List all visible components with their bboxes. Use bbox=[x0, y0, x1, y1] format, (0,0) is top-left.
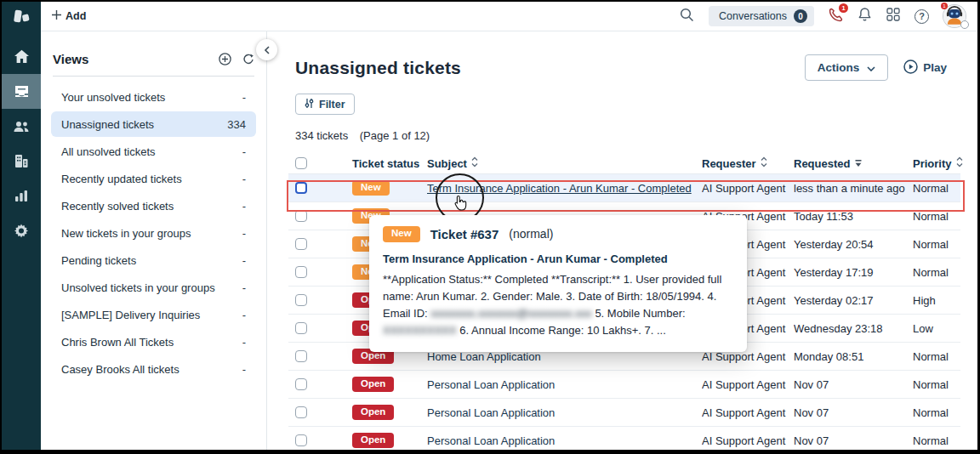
view-label: Recently updated tickets bbox=[61, 173, 182, 185]
page-title: Unassigned tickets bbox=[295, 58, 461, 78]
row-priority-cell: Normal bbox=[913, 378, 960, 391]
row-checkbox[interactable] bbox=[295, 350, 307, 362]
header-subject[interactable]: Subject bbox=[427, 156, 702, 170]
view-count: 334 bbox=[227, 118, 246, 131]
row-priority-cell: Low bbox=[913, 322, 960, 335]
views-list-item[interactable]: Pending tickets- bbox=[51, 247, 256, 273]
filter-button[interactable]: Filter bbox=[295, 94, 355, 115]
row-status-cell: New bbox=[352, 180, 427, 196]
tooltip-status-badge: New bbox=[383, 226, 420, 242]
ticket-subject-link[interactable]: Personal Loan Application bbox=[427, 434, 555, 447]
header-priority[interactable]: Priority bbox=[913, 156, 960, 170]
header-requester[interactable]: Requester bbox=[702, 156, 794, 170]
nav-organizations[interactable] bbox=[2, 144, 41, 179]
table-row[interactable]: NewTerm Insurance Application - Arun Kum… bbox=[288, 174, 960, 202]
view-count: - bbox=[242, 91, 246, 104]
view-count: - bbox=[242, 363, 246, 376]
nav-tickets[interactable] bbox=[2, 74, 41, 109]
nav-analytics[interactable] bbox=[2, 179, 41, 213]
apps-button[interactable] bbox=[886, 8, 900, 25]
row-checkbox[interactable] bbox=[295, 210, 307, 222]
gear-icon bbox=[14, 224, 29, 239]
actions-button[interactable]: Actions bbox=[805, 54, 889, 81]
row-requester-cell: AI Support Agent bbox=[702, 406, 794, 419]
views-list-item[interactable]: Recently updated tickets- bbox=[51, 166, 256, 191]
view-label: Casey Brooks All tickets bbox=[61, 363, 179, 376]
row-priority-cell: Normal bbox=[913, 266, 960, 279]
tooltip-body: **Application Status:** Completed **Tran… bbox=[383, 271, 733, 340]
help-button[interactable]: ? bbox=[914, 9, 929, 24]
row-check-cell bbox=[288, 294, 352, 306]
row-checkbox[interactable] bbox=[295, 294, 307, 306]
row-checkbox[interactable] bbox=[295, 406, 307, 418]
freshworks-logo-icon bbox=[2, 2, 41, 32]
notifications-button[interactable] bbox=[858, 7, 872, 26]
collapse-panel-button[interactable] bbox=[256, 39, 277, 60]
search-button[interactable] bbox=[680, 8, 694, 26]
row-requested-cell: Yesterday 20:54 bbox=[794, 238, 913, 251]
building-icon bbox=[14, 154, 29, 168]
phone-button[interactable]: 1 bbox=[829, 8, 843, 26]
views-list-item[interactable]: Unsolved tickets in your groups- bbox=[51, 275, 256, 300]
view-count: - bbox=[242, 336, 246, 349]
row-subject-cell: Personal Loan Application bbox=[427, 406, 702, 419]
views-list-item[interactable]: Recently solved tickets- bbox=[51, 193, 256, 218]
sort-icon bbox=[956, 156, 963, 170]
row-priority-cell: High bbox=[913, 294, 960, 307]
ticket-subject-link[interactable]: Personal Loan Application bbox=[427, 406, 555, 419]
nav-settings[interactable] bbox=[2, 213, 41, 248]
row-check-cell bbox=[288, 266, 352, 278]
row-checkbox[interactable] bbox=[295, 322, 307, 334]
view-label: Recently solved tickets bbox=[61, 200, 174, 213]
app-grid-icon bbox=[886, 8, 900, 25]
tooltip-priority: (normal) bbox=[509, 227, 553, 241]
views-list-item[interactable]: Casey Brooks All tickets- bbox=[51, 356, 256, 382]
views-list-item[interactable]: Your unsolved tickets- bbox=[51, 84, 256, 110]
views-list: Your unsolved tickets-Unassigned tickets… bbox=[53, 84, 254, 382]
row-priority-cell: Normal bbox=[913, 238, 960, 251]
refresh-views-button[interactable] bbox=[242, 53, 254, 65]
view-label: Chris Brown All Tickets bbox=[61, 336, 174, 349]
header-requested[interactable]: Requested bbox=[794, 157, 913, 170]
view-label: New tickets in your groups bbox=[61, 227, 191, 240]
row-priority-cell: Normal bbox=[913, 210, 960, 223]
user-avatar[interactable]: 1 bbox=[943, 5, 966, 27]
status-badge: Open bbox=[352, 433, 394, 449]
views-list-item[interactable]: All unsolved tickets- bbox=[51, 139, 256, 164]
select-all-checkbox[interactable] bbox=[295, 157, 307, 169]
play-button[interactable]: Play bbox=[903, 60, 947, 77]
header-ticket-status: Ticket status bbox=[352, 157, 427, 170]
ticket-preview-tooltip: New Ticket #637 (normal) Term Insurance … bbox=[369, 215, 747, 352]
row-checkbox[interactable] bbox=[295, 238, 307, 250]
ticket-subject-link[interactable]: Term Insurance Application - Arun Kumar … bbox=[427, 182, 692, 195]
views-list-item[interactable]: [SAMPLE] Delivery Inquiries- bbox=[51, 302, 256, 327]
table-row[interactable]: OpenPersonal Loan ApplicationAI Support … bbox=[288, 427, 960, 454]
views-list-item[interactable]: Unassigned tickets334 bbox=[51, 111, 256, 137]
add-view-button[interactable] bbox=[219, 53, 231, 65]
row-requested-cell: less than a minute ago bbox=[794, 182, 913, 195]
add-button[interactable]: Add bbox=[52, 10, 86, 22]
chevron-down-icon bbox=[867, 61, 875, 74]
ticket-subject-link[interactable]: Personal Loan Application bbox=[427, 378, 555, 391]
row-priority-cell: Normal bbox=[913, 350, 960, 363]
row-check-cell bbox=[288, 350, 352, 362]
views-list-item[interactable]: New tickets in your groups- bbox=[51, 220, 256, 246]
table-row[interactable]: OpenPersonal Loan ApplicationAI Support … bbox=[288, 371, 960, 399]
view-count: - bbox=[242, 173, 246, 185]
left-nav-rail bbox=[2, 2, 41, 450]
table-row[interactable]: OpenPersonal Loan ApplicationAI Support … bbox=[288, 399, 960, 427]
conversations-button[interactable]: Conversations 0 bbox=[709, 6, 814, 26]
row-checkbox[interactable] bbox=[295, 434, 307, 446]
views-list-item[interactable]: Chris Brown All Tickets- bbox=[51, 329, 256, 355]
plus-circle-icon bbox=[219, 53, 231, 65]
views-divider bbox=[53, 76, 254, 77]
view-label: [SAMPLE] Delivery Inquiries bbox=[61, 309, 200, 321]
row-checkbox[interactable] bbox=[295, 266, 307, 278]
nav-contacts[interactable] bbox=[2, 109, 41, 144]
view-count: - bbox=[242, 200, 246, 213]
row-checkbox[interactable] bbox=[295, 378, 307, 390]
row-subject-cell: Personal Loan Application bbox=[427, 378, 702, 391]
row-requested-cell: Nov 07 bbox=[794, 434, 913, 447]
nav-home[interactable] bbox=[2, 39, 41, 74]
row-checkbox[interactable] bbox=[295, 182, 307, 194]
